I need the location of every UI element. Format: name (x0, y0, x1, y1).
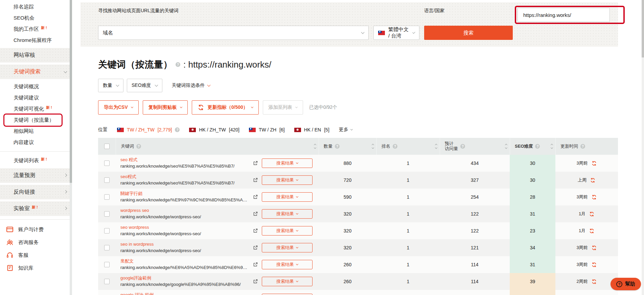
external-link-icon[interactable] (253, 161, 258, 166)
sidebar-item-billing[interactable]: 账户与计费 (0, 223, 72, 236)
keyword-link[interactable]: 關鍵字行銷 (120, 191, 249, 197)
help-button[interactable]: ? 幫助 (611, 278, 641, 290)
serp-results-button[interactable]: 搜索结果 (262, 158, 313, 168)
help-circle-icon[interactable]: ? (176, 62, 180, 67)
keyword-link[interactable]: 業配文 (120, 258, 249, 265)
refresh-metrics-button[interactable]: 更新指标（0/500） (192, 100, 259, 115)
serp-results-button[interactable]: 搜索结果 (262, 260, 313, 269)
keyword-link[interactable]: seo 程式 (120, 157, 249, 163)
row-checkbox[interactable] (104, 262, 110, 267)
sidebar-item-keywords-by-traffic[interactable]: 关键词（按流量） (0, 115, 72, 126)
page-scrollbar-thumb[interactable] (642, 0, 644, 57)
sort-arrows-icon[interactable] (435, 144, 437, 149)
sort-arrows-icon[interactable] (505, 144, 507, 149)
col-rank[interactable]: 排名? (376, 138, 440, 155)
sidebar-item-support[interactable]: 客服 (0, 249, 72, 262)
external-link-icon[interactable] (253, 245, 258, 250)
tab-hk-en[interactable]: HK / EN [5] (294, 127, 329, 132)
sort-arrows-icon[interactable] (551, 144, 553, 149)
refresh-icon[interactable] (591, 279, 597, 284)
difficulty-filter-select[interactable]: SEO难度 (127, 79, 162, 92)
help-circle-icon[interactable]: ? (460, 144, 465, 149)
serp-results-button[interactable]: 搜索结果 (262, 226, 313, 236)
col-updated[interactable]: 更新时间? (555, 138, 618, 155)
serp-results-button[interactable]: 搜索结果 (262, 294, 313, 295)
sidebar-section-traffic-forecast[interactable]: 流量预测 (0, 168, 72, 183)
external-link-icon[interactable] (253, 262, 258, 267)
col-seo-difficulty[interactable]: SEO难度? (510, 138, 555, 155)
export-csv-button[interactable]: 导出为CSV (98, 100, 139, 115)
sidebar-scrollbar-thumb[interactable] (70, 0, 72, 183)
sidebar-section-site-audit[interactable]: 网站审核 (0, 48, 72, 63)
help-circle-icon[interactable]: ? (136, 144, 141, 149)
keyword-link[interactable]: wordpress seo (120, 207, 249, 214)
sidebar-item-content-suggestions[interactable]: 内容建议 (0, 137, 72, 148)
external-link-icon[interactable] (253, 178, 258, 182)
sidebar-item-consulting[interactable]: 咨询服务 (0, 236, 72, 249)
select-all-checkbox[interactable] (104, 144, 110, 149)
sidebar-scrollbar[interactable] (70, 0, 72, 295)
serp-results-button[interactable]: 搜索结果 (262, 175, 313, 185)
sidebar-item-seo-opportunity[interactable]: SEO机会 (0, 13, 72, 24)
row-checkbox[interactable] (104, 177, 110, 183)
row-checkbox[interactable] (104, 279, 110, 284)
col-volume[interactable]: 数量? (319, 138, 376, 155)
tab-tw-zh[interactable]: TW / ZH [6] (249, 127, 285, 132)
row-checkbox[interactable] (104, 211, 110, 217)
refresh-icon[interactable] (590, 178, 596, 183)
sidebar-item-keyword-overview[interactable]: 关键词概况 (0, 81, 72, 92)
refresh-icon[interactable] (589, 212, 595, 217)
keyword-link[interactable]: google 評論 範例 (120, 292, 249, 295)
help-circle-icon[interactable]: ? (535, 144, 540, 149)
sidebar-item-chrome-extension[interactable]: Chrome拓展程序 (0, 35, 72, 46)
sort-arrows-icon[interactable] (372, 144, 374, 149)
row-checkbox[interactable] (104, 228, 110, 233)
help-circle-icon[interactable]: ? (335, 144, 340, 149)
sidebar-section-backlinks[interactable]: 反向链接 (0, 185, 72, 199)
sidebar-item-keyword-visualization[interactable]: 关键词可视化新 ! (0, 103, 72, 115)
row-checkbox[interactable] (104, 194, 110, 200)
row-checkbox[interactable] (104, 245, 110, 250)
tab-hk-zhtw[interactable]: HK / ZH_TW [420] (189, 127, 239, 132)
external-link-icon[interactable] (253, 195, 258, 199)
help-circle-icon[interactable]: ? (393, 144, 397, 149)
search-button[interactable]: 搜索 (424, 26, 513, 40)
serp-results-button[interactable]: 搜索结果 (262, 243, 313, 252)
copy-clipboard-button[interactable]: 复制到剪贴板 (143, 100, 188, 115)
search-type-select[interactable]: 域名 (98, 26, 369, 40)
refresh-icon[interactable] (591, 195, 597, 200)
help-circle-icon[interactable]: ? (580, 144, 585, 149)
col-keyword[interactable]: 关键词? (116, 138, 319, 155)
tabs-more-button[interactable]: 更多 (339, 127, 352, 133)
sidebar-item-rank-tracking[interactable]: 排名追踪 (0, 1, 72, 13)
help-circle-icon[interactable]: ? (175, 127, 180, 132)
sidebar-item-knowledge-base[interactable]: 知识库 (0, 262, 72, 274)
external-link-icon[interactable] (253, 279, 258, 284)
add-to-list-button[interactable]: 添加至列表 (263, 100, 303, 115)
sidebar-item-similar-sites[interactable]: 相似网站 (0, 126, 72, 137)
url-input[interactable] (518, 8, 610, 22)
refresh-icon[interactable] (591, 245, 597, 250)
external-link-icon[interactable] (253, 228, 258, 233)
keyword-link[interactable]: seo程式 (120, 174, 249, 180)
sidebar-item-my-workspace[interactable]: 我的工作区新 ! (0, 24, 72, 35)
tab-tw-zhtw[interactable]: TW / ZH_TW [2,779] ? (117, 127, 180, 132)
sort-arrows-icon[interactable] (314, 144, 316, 149)
volume-filter-select[interactable]: 数量 (98, 79, 123, 92)
refresh-icon[interactable] (591, 262, 597, 267)
keyword-link[interactable]: seo in wordpress (120, 241, 249, 248)
keyword-link[interactable]: seo wordpress (120, 224, 249, 231)
serp-results-button[interactable]: 搜索结果 (262, 277, 313, 286)
col-estimated-visits[interactable]: 预计访问量 ? (440, 138, 510, 155)
sidebar-section-labs[interactable]: 实验室新 ! (0, 201, 72, 216)
row-checkbox[interactable] (104, 161, 110, 166)
language-select[interactable]: 繁體中文 / 台湾 (373, 26, 419, 40)
page-scrollbar[interactable] (642, 0, 644, 295)
serp-results-button[interactable]: 搜索结果 (262, 192, 313, 202)
sidebar-item-keyword-suggestions[interactable]: 关键词建议 (0, 92, 72, 103)
keyword-filters-link[interactable]: 关键词筛选条件 (172, 82, 210, 89)
refresh-icon[interactable] (591, 161, 597, 166)
sidebar-item-keyword-lists[interactable]: 关键词列表新 ! (0, 155, 72, 166)
refresh-icon[interactable] (589, 228, 595, 233)
keyword-link[interactable]: google評論範例 (120, 275, 249, 281)
